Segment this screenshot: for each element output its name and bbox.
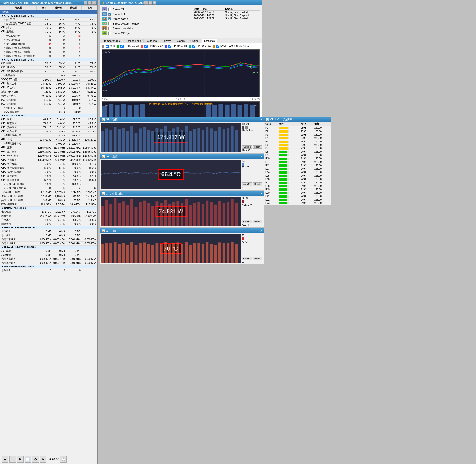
table-row: GPU 显存频率2,250.2 MHz101.3 MHz2,250.2 MHz1…: [0, 150, 97, 154]
sensor-subsection[interactable]: ▼CPU [#0]: Intel Core -240...: [0, 14, 97, 18]
stress-cpu-checkbox[interactable]: [108, 8, 111, 11]
tab-clocks[interactable]: Clocks: [174, 39, 187, 43]
svg-rect-99: [101, 244, 104, 263]
legend-core1-checkbox[interactable]: [121, 45, 123, 48]
aida-icon: ⚡: [102, 1, 105, 5]
svg-rect-55: [193, 129, 196, 152]
sensor-subsection[interactable]: ▼CPU [#0]: Intel Core -240...: [0, 58, 97, 61]
mini-graphs-container: 📊 GPU 功耗 ✕ 174.917 W: [100, 117, 264, 265]
gpu-temp-close[interactable]: ✕: [260, 155, 262, 158]
gpu-temp-reset-btn[interactable]: Reset: [253, 183, 262, 186]
svg-rect-69: [114, 198, 117, 226]
tab-unified[interactable]: Unified: [188, 39, 201, 43]
taskbar-clock-btn[interactable]: 🕐: [60, 456, 67, 463]
legend-core3-checkbox[interactable]: [168, 45, 171, 48]
gpu-temp-low-label: 66.3: [242, 186, 263, 189]
legend-cpu-checkbox[interactable]: [106, 45, 109, 48]
tab-statistics[interactable]: Statistics: [202, 39, 217, 43]
table-row: GPU Video 频率1,350.0 MHz765.0 MHz1,485.0 …: [0, 154, 97, 158]
stress-mem-checkbox[interactable]: [108, 22, 111, 25]
taskbar-btn-3[interactable]: 🖥: [17, 456, 24, 463]
legend-core4-checkbox[interactable]: [192, 45, 196, 48]
legend-nvme-checkbox[interactable]: [216, 45, 219, 48]
taskbar-btn-5[interactable]: ⚙: [32, 456, 39, 463]
hwinfo-minimize-btn[interactable]: —: [84, 1, 87, 5]
stress-fpu-label: Stress FPU: [113, 13, 126, 16]
col-min: 最小值: [52, 6, 66, 10]
table-row: ○ 封装/平形总线功率限额否否否: [0, 50, 97, 54]
svg-rect-104: [122, 243, 125, 263]
stress-fpu-checkbox[interactable]: ✓: [108, 13, 111, 16]
cpu-core-row: E112494x25.00: [264, 160, 331, 164]
cpu-pkg-temp-reset-btn[interactable]: Reset: [253, 257, 262, 260]
hwinfo-maximize-btn[interactable]: □: [88, 1, 92, 5]
taskbar-btn-1[interactable]: ◀: [2, 456, 8, 463]
taskbar-btn-4[interactable]: 📊: [25, 456, 31, 463]
cpu-pkg-temp-autofit-btn[interactable]: Auto Fit: [242, 257, 252, 260]
sensor-subsection[interactable]: ▼Battery: MSI BIF0_9: [0, 206, 97, 210]
hwinfo-close-btn[interactable]: ✕: [92, 1, 96, 5]
table-row: ○ GPU D3D 使用率0.0 %0.0 %100.0 %: [0, 182, 97, 186]
stress-cpu-label: Stress CPU: [113, 8, 126, 11]
svg-rect-52: [181, 130, 184, 152]
gpu-power-autofit-btn[interactable]: Auto Fit: [242, 145, 252, 149]
sensor-subsection[interactable]: ▼Network: RealTek Semicon...: [0, 226, 97, 229]
cpu-pkg-power-sidebar: 74.531 74.531 W Auto Fit Reset 72.274: [242, 197, 263, 226]
stress-log-row: 2024/5/23 14:05:50Stability Test: Stoppe…: [193, 14, 260, 17]
svg-rect-53: [185, 126, 188, 152]
stress-cache-label: Stress cache: [113, 17, 128, 20]
svg-rect-125: [210, 244, 213, 263]
hwinfo-content: 传感器 当前 最小值 最大值 平均 传感器▼CPU [#0]: Intel Co…: [0, 5, 97, 454]
sensor-subsection[interactable]: ▼Network: Intel Wi-Fi 6E AX...: [0, 246, 97, 249]
svg-rect-74: [135, 207, 138, 226]
col-avg: 平均: [82, 6, 97, 10]
svg-rect-61: [218, 127, 221, 152]
stress-gpu-checkbox[interactable]: [108, 32, 111, 35]
svg-rect-66: [101, 206, 104, 226]
cpu-core-row: E232494x25.00: [264, 201, 331, 205]
svg-rect-116: [172, 243, 175, 263]
hwinfo-win-controls: — □ ✕: [84, 1, 96, 5]
aida-maximize-btn[interactable]: □: [148, 1, 152, 5]
aida-close-btn[interactable]: ✕: [153, 1, 156, 5]
legend-core2-checkbox[interactable]: [144, 45, 148, 48]
sensor-subsection[interactable]: ▼Windows Hardware Errors ...: [0, 265, 97, 269]
gpu-power-reset-btn[interactable]: Reset: [253, 145, 262, 149]
gpu-power-chart: 174.917 W: [101, 123, 241, 152]
gpu-power-body: 174.917 W: [100, 122, 264, 153]
aida-minimize-btn[interactable]: —: [144, 1, 148, 5]
cpu-pkg-power-autofit-btn[interactable]: Auto Fit: [242, 220, 252, 223]
cpu-core-row: E132494x25.00: [264, 167, 331, 171]
legend-core2: CPU Core #2: [141, 45, 163, 48]
tab-voltages[interactable]: Voltages: [144, 39, 159, 43]
svg-rect-128: [223, 243, 225, 263]
tab-cooling-fans[interactable]: Cooling Fans: [123, 39, 143, 43]
table-row: ↑ 电压偏移0.000 V0.000 V: [0, 74, 97, 78]
gpu-temp-autofit-btn[interactable]: Auto Fit: [242, 183, 252, 186]
tab-temperatures[interactable]: Temperatures: [101, 39, 122, 43]
svg-rect-56: [197, 128, 200, 152]
svg-rect-35: [110, 130, 112, 152]
svg-rect-131: [235, 244, 238, 263]
taskbar-btn-2[interactable]: ≡: [9, 456, 16, 463]
table-row: PL1 功耗限制75.0 W75.0 W150.0 W103.4 W: [0, 98, 97, 102]
svg-rect-51: [176, 127, 179, 152]
stress-log-row: 2024/5/23 13:52:58Stability Test: Starte…: [193, 11, 260, 14]
cpu-pkg-power-close[interactable]: ✕: [260, 192, 262, 195]
tab-powers[interactable]: Powers: [160, 39, 174, 43]
cpu-pkg-temp-close[interactable]: ✕: [260, 229, 262, 232]
cpu-pkg-temp-current-label: 70 °C: [242, 241, 263, 243]
legend-core4: CPU Core #4: [189, 45, 211, 48]
stress-cache-checkbox[interactable]: ✓: [108, 17, 111, 20]
gpu-temp-controls: Auto Fit Reset: [242, 183, 263, 186]
taskbar-btn-6[interactable]: ✕: [40, 456, 47, 463]
svg-rect-95: [223, 203, 225, 226]
legend-core3: CPU Core #3: [165, 45, 187, 48]
gpu-power-close[interactable]: ✕: [260, 118, 262, 121]
legend-nvme: NVMe SAMSUNG MZVL22T0: [213, 45, 252, 48]
stress-disk-checkbox[interactable]: [108, 27, 111, 30]
svg-rect-40: [131, 126, 133, 152]
svg-rect-98: [235, 203, 238, 226]
sensor-subsection[interactable]: ▼GPU [#0]: NVIDIA:: [0, 114, 97, 117]
cpu-pkg-power-reset-btn[interactable]: Reset: [253, 220, 262, 223]
